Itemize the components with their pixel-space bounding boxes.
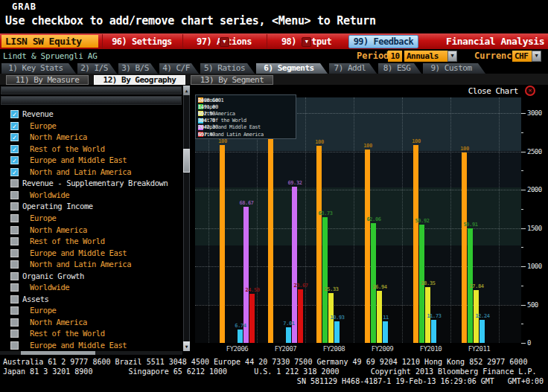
series-checkbox[interactable] bbox=[10, 249, 19, 257]
sidebar-scrollbar-thumb[interactable] bbox=[183, 149, 190, 173]
tab-key-stats[interactable]: 1) Key Stats bbox=[1, 63, 76, 74]
tab-ratios[interactable]: 5) Ratios bbox=[200, 63, 255, 74]
series-checkbox[interactable]: ✓ bbox=[10, 110, 19, 118]
series-list-item[interactable]: Assets bbox=[0, 294, 182, 305]
series-list-item[interactable]: ✓North America bbox=[0, 132, 182, 143]
gridline-vertical bbox=[402, 97, 403, 343]
subtab-by-measure[interactable]: 11) By Measure bbox=[6, 75, 89, 85]
series-list-item[interactable]: Europe bbox=[0, 305, 182, 316]
series-label: Operating Income bbox=[22, 202, 93, 211]
series-list-item[interactable]: Worldwide bbox=[0, 282, 182, 293]
series-list-item[interactable]: Operating Income bbox=[0, 201, 182, 212]
series-checkbox[interactable] bbox=[10, 341, 19, 350]
ticker-box[interactable]: LISN SW Equity bbox=[1, 35, 98, 48]
series-list-item[interactable]: Rest of the World bbox=[0, 328, 182, 339]
series-checkbox[interactable] bbox=[10, 191, 19, 199]
series-list-item[interactable]: Organic Growth bbox=[0, 271, 182, 282]
series-checkbox[interactable] bbox=[10, 226, 19, 234]
dropdown-arrow-icon[interactable]: ▼ bbox=[220, 37, 229, 47]
series-checkbox[interactable] bbox=[10, 202, 19, 211]
chart-bar-rest-of-the-world bbox=[238, 330, 243, 343]
series-list-item[interactable]: ✓Rest of the World bbox=[0, 144, 182, 155]
periods-unit-dropdown-icon[interactable]: ▼ bbox=[447, 51, 457, 62]
gridline-vertical bbox=[499, 97, 500, 343]
subtab-by-segment[interactable]: 13) By Segment bbox=[191, 75, 273, 85]
series-checkbox[interactable] bbox=[10, 260, 19, 269]
tab-bar: 1) Key Stats2) I/S3) B/S4) C/F5) Ratios6… bbox=[1, 63, 547, 74]
menubar-item[interactable]: 99) Feedback bbox=[348, 35, 418, 48]
series-list-item[interactable]: North and Latin America bbox=[0, 259, 182, 270]
series-list-item[interactable]: Rest of the World bbox=[0, 236, 182, 247]
series-label: Europe bbox=[30, 213, 57, 222]
series-checkbox[interactable] bbox=[10, 237, 19, 245]
menubar-item[interactable]: 96) Settings bbox=[102, 34, 181, 49]
menubar-item[interactable]: 98) Output▼ bbox=[267, 34, 345, 49]
gridline-vertical bbox=[305, 97, 306, 343]
periods-value-field[interactable]: 10 bbox=[388, 51, 402, 62]
series-label: Worldwide bbox=[30, 190, 69, 199]
series-list-item[interactable]: ✓Europe bbox=[0, 121, 182, 132]
series-list-item[interactable]: ✓Europe and Middle East bbox=[0, 155, 182, 166]
y-axis-minor-tick bbox=[521, 247, 523, 248]
series-list-item[interactable]: Revenue - Supplementary Breakdown bbox=[0, 178, 182, 189]
menubar-item[interactable]: 97) Actions▼ bbox=[182, 34, 265, 49]
series-checkbox[interactable] bbox=[10, 295, 19, 303]
series-list-item[interactable]: Europe and Middle East bbox=[0, 248, 182, 259]
menubar-item-label: 96) Settings bbox=[112, 36, 172, 47]
footer-contact-line: Australia 61 2 9777 8600 Brazil 5511 304… bbox=[3, 358, 548, 366]
series-checkbox[interactable] bbox=[10, 214, 19, 222]
series-list-item[interactable]: North America bbox=[0, 317, 182, 328]
y-axis-label: 2500 bbox=[527, 148, 548, 155]
series-checkbox[interactable] bbox=[10, 283, 19, 292]
bloomberg-terminal-window: GRAB Use checkbox to add/remove chart se… bbox=[0, 0, 548, 392]
tab-esg[interactable]: 8) ESG bbox=[378, 63, 421, 74]
series-label: Revenue - Supplementary Breakdown bbox=[22, 179, 168, 187]
dropdown-arrow-icon[interactable]: ▼ bbox=[302, 37, 311, 47]
bar-value-label: 100 bbox=[454, 146, 475, 152]
subtab-by-geography[interactable]: 12) By Geography bbox=[94, 75, 185, 85]
series-checkbox[interactable]: ✓ bbox=[10, 133, 19, 141]
series-list-item[interactable]: Europe bbox=[0, 213, 182, 224]
tab-b-s[interactable]: 3) B/S bbox=[118, 63, 158, 74]
currency-select[interactable]: CHF bbox=[512, 51, 532, 62]
tab-c-f[interactable]: 4) C/F bbox=[159, 63, 199, 74]
series-checkbox[interactable]: ✓ bbox=[10, 122, 19, 130]
company-name: Lindt & Spruengli AG bbox=[3, 51, 97, 61]
series-list-item[interactable]: North America bbox=[0, 225, 182, 236]
series-label: North and Latin America bbox=[30, 167, 131, 176]
series-list-item[interactable]: Worldwide bbox=[0, 190, 182, 201]
periods-unit-select[interactable]: Annuals bbox=[404, 51, 447, 62]
series-checkbox[interactable] bbox=[10, 318, 19, 327]
bar-value-label: 62.06 bbox=[363, 216, 384, 222]
tab-i-s[interactable]: 2) I/S bbox=[77, 63, 117, 74]
sidebar-scroll-up-icon[interactable]: ▲ bbox=[183, 86, 190, 95]
sidebar-hscrollbar-thumb[interactable] bbox=[21, 351, 95, 355]
tab-addl[interactable]: 7) Addl bbox=[329, 63, 377, 74]
bar-value-label: 23.67 bbox=[290, 283, 311, 289]
series-checkbox[interactable]: ✓ bbox=[10, 145, 19, 153]
close-chart-button[interactable]: Close Chart bbox=[441, 86, 518, 96]
series-checkbox[interactable] bbox=[10, 179, 19, 187]
series-checkbox[interactable] bbox=[10, 306, 19, 315]
currency-dropdown-icon[interactable]: ▼ bbox=[532, 51, 541, 62]
menubar-item-label: 99) Feedback bbox=[354, 36, 414, 47]
series-checkbox[interactable] bbox=[10, 272, 19, 280]
series-list-item[interactable]: Europe and Middle East bbox=[0, 340, 182, 351]
series-label: North America bbox=[30, 132, 87, 141]
tab-segments[interactable]: 6) Segments bbox=[256, 63, 328, 74]
series-checkbox[interactable] bbox=[10, 330, 19, 338]
sidebar-scroll-down-icon[interactable]: ▼ bbox=[183, 341, 190, 351]
y-axis-minor-tick bbox=[521, 132, 523, 133]
bar-value-label: 100 bbox=[406, 138, 427, 144]
close-chart-icon[interactable]: ✕ bbox=[525, 86, 535, 96]
chart-bar-rest-of-the-world bbox=[383, 321, 388, 343]
currency-label: Currency bbox=[474, 51, 517, 62]
series-list-item[interactable]: ✓Revenue bbox=[0, 109, 182, 120]
sidebar-scrollbar-track[interactable] bbox=[183, 86, 190, 351]
tab-custom[interactable]: 9) Custom bbox=[423, 63, 485, 74]
series-checkbox[interactable]: ✓ bbox=[10, 156, 19, 164]
series-checkbox[interactable]: ✓ bbox=[10, 168, 19, 176]
series-label: North and Latin America bbox=[30, 260, 131, 269]
y-axis-label: 2000 bbox=[527, 186, 548, 193]
series-list-item[interactable]: ✓North and Latin America bbox=[0, 167, 182, 178]
